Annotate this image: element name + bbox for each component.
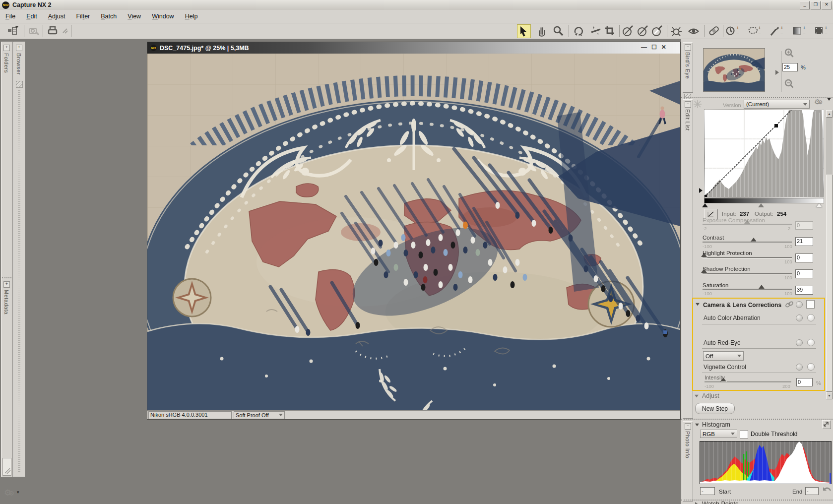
edit-list-collapse-button[interactable]: − (685, 101, 691, 108)
histogram-expand-icon[interactable] (822, 420, 831, 429)
show-selection-info-button[interactable] (6, 24, 19, 37)
selection-gradient-tool[interactable]: +− (792, 24, 809, 37)
black-control-point-eyedropper[interactable] (621, 24, 634, 37)
reset-undo-icon[interactable] (822, 486, 832, 496)
metadata-tab[interactable]: Metadata (3, 290, 9, 315)
soft-proof-dropdown[interactable]: Soft Proof Off (234, 411, 285, 419)
levels-curve-editor[interactable] (704, 110, 824, 197)
version-dropdown[interactable]: (Current) (744, 100, 810, 109)
scrollbar-thumb[interactable] (826, 175, 833, 392)
black-point-slider[interactable] (702, 203, 708, 207)
intensity-slider[interactable] (705, 381, 791, 383)
white-point-slider[interactable] (816, 203, 822, 207)
browser-grip[interactable] (16, 81, 23, 88)
selection-brush-tool[interactable]: +− (769, 24, 786, 37)
midtone-slider[interactable] (758, 203, 764, 207)
fill-select-all-tool[interactable]: +− (814, 24, 831, 37)
contrast-slider[interactable] (703, 242, 792, 243)
image-window-title-bar[interactable]: NX2 DSC_7475.jpg* @ 25% | 5,3MB — ☐ ✕ (147, 42, 680, 54)
folders-expand-button[interactable]: + (3, 45, 10, 51)
image-close-button[interactable]: ✕ (661, 44, 666, 51)
edit-in-application-button[interactable] (28, 24, 41, 37)
straighten-tool[interactable] (589, 24, 602, 37)
camera-lens-reset-icon[interactable] (796, 301, 803, 308)
zoom-in-icon[interactable] (784, 48, 794, 60)
contrast-value[interactable]: 21 (795, 237, 813, 246)
menu-adjust[interactable]: Adjust (43, 11, 71, 22)
dock-dotted-handle[interactable] (18, 90, 20, 472)
intensity-value[interactable]: 0 (796, 378, 813, 386)
selection-lasso-tool[interactable]: +− (747, 24, 764, 37)
end-input[interactable]: - (805, 487, 819, 495)
photo-canvas[interactable] (147, 54, 680, 410)
shadow-protection-slider[interactable] (703, 273, 792, 274)
birds-eye-resize-arrow[interactable] (775, 70, 779, 75)
exposure-compensation-slider[interactable] (703, 224, 792, 225)
app-maximize-button[interactable]: ❐ (811, 1, 821, 9)
histogram-channel-dropdown[interactable]: RGB (700, 430, 737, 438)
print-button[interactable] (46, 24, 59, 37)
dock-resize-grip[interactable] (2, 458, 11, 476)
edit-list-menu-arrow[interactable] (828, 98, 831, 101)
saturation-value[interactable]: 39 (795, 286, 813, 295)
saturation-slider[interactable] (703, 289, 792, 290)
menu-file[interactable]: File (0, 11, 21, 22)
auto-red-eye-toggle[interactable] (807, 339, 815, 346)
zoom-tool[interactable] (552, 24, 565, 37)
edit-list-scrollbar[interactable]: ▲ ▼ (826, 110, 833, 399)
rotate-tool[interactable] (572, 24, 584, 37)
browser-tab[interactable]: Browser (16, 53, 22, 75)
camera-lens-collapse-arrow[interactable] (696, 303, 700, 306)
start-input[interactable]: - (700, 487, 715, 495)
highlight-protection-slider[interactable] (703, 257, 792, 258)
menu-window[interactable]: Window (146, 11, 179, 22)
adjust-collapse-arrow[interactable] (695, 395, 699, 398)
settings-gears-button[interactable]: ⚙⚙ ▼ (4, 490, 24, 503)
new-step-button[interactable]: New Step (695, 403, 735, 414)
vignette-reset-icon[interactable] (796, 364, 803, 371)
browser-expand-button[interactable]: + (16, 45, 22, 51)
image-minimize-button[interactable]: — (641, 44, 647, 51)
app-close-button[interactable]: ✕ (822, 1, 832, 9)
link-icon[interactable] (785, 301, 794, 310)
white-control-point-eyedropper[interactable] (650, 24, 663, 37)
folders-tab[interactable]: Folders (3, 53, 9, 73)
auto-retouch-brush-tool[interactable] (707, 24, 720, 37)
menu-batch[interactable]: Batch (95, 11, 122, 22)
red-eye-tool[interactable] (687, 24, 700, 37)
image-maximize-button[interactable]: ☐ (651, 44, 657, 51)
birds-eye-collapse-button[interactable]: − (685, 44, 691, 51)
menu-view[interactable]: View (122, 11, 146, 22)
zoom-percent-input[interactable]: 25 (782, 63, 798, 71)
photo-info-collapse-button[interactable]: − (685, 423, 691, 430)
neutral-control-point-eyedropper[interactable] (636, 24, 649, 37)
menu-help[interactable]: Help (180, 11, 203, 22)
auto-color-aberration-reset-icon[interactable] (796, 315, 803, 321)
metadata-expand-button[interactable]: + (3, 281, 10, 288)
auto-red-eye-reset-icon[interactable] (796, 339, 803, 346)
watch-points-expand-arrow[interactable] (695, 502, 699, 504)
histogram-collapse-arrow[interactable] (695, 424, 699, 427)
version-settings-gears-icon[interactable]: ⚙⚙ (814, 99, 823, 106)
vignette-toggle[interactable] (807, 363, 815, 371)
auto-color-aberration-toggle[interactable] (807, 314, 815, 321)
double-threshold-checkbox[interactable] (740, 430, 748, 439)
scrollbar-up-button[interactable]: ▲ (826, 110, 833, 118)
curve-left-marker[interactable] (699, 188, 703, 193)
camera-lens-checkbox[interactable] (806, 300, 815, 309)
rgb-histogram[interactable] (700, 441, 832, 484)
selection-control-point-tool[interactable]: +− (725, 24, 742, 37)
highlight-protection-value[interactable]: 0 (795, 253, 813, 262)
zoom-out-icon[interactable] (784, 79, 794, 90)
shadow-protection-value[interactable]: 0 (795, 269, 813, 278)
toolbar-options-grip[interactable] (61, 24, 69, 37)
birds-eye-thumbnail[interactable] (703, 48, 765, 92)
red-eye-dropdown[interactable]: Off (703, 351, 744, 361)
app-minimize-button[interactable]: _ (800, 1, 810, 9)
hand-tool[interactable] (535, 24, 548, 37)
menu-filter[interactable]: Filter (70, 11, 95, 22)
exposure-compensation-value[interactable]: 0 (795, 221, 813, 230)
direct-select-tool[interactable] (517, 24, 531, 38)
menu-edit[interactable]: Edit (21, 11, 43, 22)
scrollbar-down-button[interactable]: ▼ (826, 392, 833, 399)
